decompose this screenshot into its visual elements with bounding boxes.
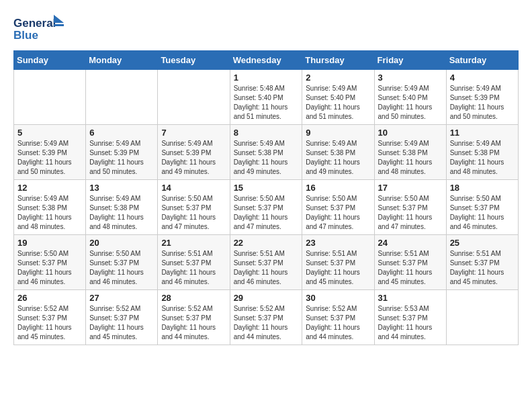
calendar-body: 1Sunrise: 5:48 AM Sunset: 5:40 PM Daylig… [14,70,519,345]
day-number: 4 [450,73,515,83]
day-number: 29 [234,293,299,303]
logo-svg: GeneralBlue [13,13,67,44]
calendar-week-4: 19Sunrise: 5:50 AM Sunset: 5:37 PM Dayli… [14,235,519,290]
calendar-cell: 21Sunrise: 5:51 AM Sunset: 5:37 PM Dayli… [158,235,230,290]
calendar-cell: 31Sunrise: 5:53 AM Sunset: 5:37 PM Dayli… [374,290,446,345]
calendar-cell [86,70,158,125]
day-number: 5 [17,128,82,138]
svg-text:General: General [13,17,56,30]
calendar-cell: 23Sunrise: 5:51 AM Sunset: 5:37 PM Dayli… [302,235,374,290]
day-info: Sunrise: 5:51 AM Sunset: 5:37 PM Dayligh… [234,249,299,287]
column-header-friday: Friday [374,51,446,70]
day-number: 2 [306,73,370,83]
calendar-cell: 14Sunrise: 5:50 AM Sunset: 5:37 PM Dayli… [158,180,230,235]
calendar-header-row: SundayMondayTuesdayWednesdayThursdayFrid… [14,51,519,70]
day-info: Sunrise: 5:50 AM Sunset: 5:37 PM Dayligh… [450,194,515,232]
day-info: Sunrise: 5:49 AM Sunset: 5:38 PM Dayligh… [306,139,370,177]
calendar-cell: 22Sunrise: 5:51 AM Sunset: 5:37 PM Dayli… [230,235,302,290]
calendar-cell [158,70,230,125]
day-info: Sunrise: 5:49 AM Sunset: 5:38 PM Dayligh… [234,139,299,177]
day-info: Sunrise: 5:50 AM Sunset: 5:37 PM Dayligh… [161,194,226,232]
calendar-cell: 20Sunrise: 5:50 AM Sunset: 5:37 PM Dayli… [86,235,158,290]
column-header-thursday: Thursday [302,51,374,70]
day-info: Sunrise: 5:49 AM Sunset: 5:39 PM Dayligh… [89,139,154,177]
day-info: Sunrise: 5:49 AM Sunset: 5:39 PM Dayligh… [450,84,515,122]
calendar-cell: 5Sunrise: 5:49 AM Sunset: 5:39 PM Daylig… [14,125,86,180]
day-info: Sunrise: 5:49 AM Sunset: 5:38 PM Dayligh… [17,194,82,232]
day-info: Sunrise: 5:48 AM Sunset: 5:40 PM Dayligh… [234,84,299,122]
day-number: 26 [17,293,82,303]
day-info: Sunrise: 5:51 AM Sunset: 5:37 PM Dayligh… [161,249,226,287]
day-number: 23 [306,238,370,248]
day-number: 12 [17,183,82,193]
day-number: 22 [234,238,299,248]
day-info: Sunrise: 5:51 AM Sunset: 5:37 PM Dayligh… [306,249,370,287]
day-info: Sunrise: 5:50 AM Sunset: 5:37 PM Dayligh… [378,194,443,232]
calendar-cell: 3Sunrise: 5:49 AM Sunset: 5:40 PM Daylig… [374,70,446,125]
day-info: Sunrise: 5:50 AM Sunset: 5:37 PM Dayligh… [306,194,370,232]
calendar-table: SundayMondayTuesdayWednesdayThursdayFrid… [13,50,519,345]
day-info: Sunrise: 5:52 AM Sunset: 5:37 PM Dayligh… [89,304,154,342]
day-info: Sunrise: 5:52 AM Sunset: 5:37 PM Dayligh… [17,304,82,342]
calendar-cell: 30Sunrise: 5:52 AM Sunset: 5:37 PM Dayli… [302,290,374,345]
column-header-monday: Monday [86,51,158,70]
day-info: Sunrise: 5:49 AM Sunset: 5:40 PM Dayligh… [378,84,443,122]
day-number: 1 [234,73,299,83]
svg-text:Blue: Blue [13,29,38,42]
day-info: Sunrise: 5:53 AM Sunset: 5:37 PM Dayligh… [378,304,443,342]
day-info: Sunrise: 5:49 AM Sunset: 5:38 PM Dayligh… [450,139,515,177]
day-number: 11 [450,128,515,138]
logo: GeneralBlue [13,13,67,44]
day-info: Sunrise: 5:49 AM Sunset: 5:38 PM Dayligh… [89,194,154,232]
day-number: 3 [378,73,443,83]
day-info: Sunrise: 5:50 AM Sunset: 5:37 PM Dayligh… [234,194,299,232]
day-info: Sunrise: 5:50 AM Sunset: 5:37 PM Dayligh… [89,249,154,287]
calendar-cell: 13Sunrise: 5:49 AM Sunset: 5:38 PM Dayli… [86,180,158,235]
calendar-cell: 4Sunrise: 5:49 AM Sunset: 5:39 PM Daylig… [446,70,518,125]
day-info: Sunrise: 5:50 AM Sunset: 5:37 PM Dayligh… [17,249,82,287]
day-number: 10 [378,128,443,138]
calendar-cell [14,70,86,125]
day-info: Sunrise: 5:49 AM Sunset: 5:40 PM Dayligh… [306,84,370,122]
day-number: 21 [161,238,226,248]
day-info: Sunrise: 5:51 AM Sunset: 5:37 PM Dayligh… [450,249,515,287]
svg-rect-2 [54,24,64,26]
page-header: GeneralBlue [13,13,519,44]
column-header-tuesday: Tuesday [158,51,230,70]
svg-marker-1 [54,15,64,23]
calendar-cell: 10Sunrise: 5:49 AM Sunset: 5:38 PM Dayli… [374,125,446,180]
calendar-cell: 24Sunrise: 5:51 AM Sunset: 5:37 PM Dayli… [374,235,446,290]
calendar-cell [446,290,518,345]
calendar-cell: 12Sunrise: 5:49 AM Sunset: 5:38 PM Dayli… [14,180,86,235]
day-info: Sunrise: 5:52 AM Sunset: 5:37 PM Dayligh… [306,304,370,342]
calendar-cell: 9Sunrise: 5:49 AM Sunset: 5:38 PM Daylig… [302,125,374,180]
calendar-cell: 1Sunrise: 5:48 AM Sunset: 5:40 PM Daylig… [230,70,302,125]
calendar-cell: 29Sunrise: 5:52 AM Sunset: 5:37 PM Dayli… [230,290,302,345]
day-number: 13 [89,183,154,193]
day-number: 6 [89,128,154,138]
calendar-cell: 16Sunrise: 5:50 AM Sunset: 5:37 PM Dayli… [302,180,374,235]
calendar-cell: 25Sunrise: 5:51 AM Sunset: 5:37 PM Dayli… [446,235,518,290]
calendar-cell: 7Sunrise: 5:49 AM Sunset: 5:39 PM Daylig… [158,125,230,180]
day-number: 27 [89,293,154,303]
calendar-cell: 2Sunrise: 5:49 AM Sunset: 5:40 PM Daylig… [302,70,374,125]
calendar-cell: 6Sunrise: 5:49 AM Sunset: 5:39 PM Daylig… [86,125,158,180]
calendar-week-5: 26Sunrise: 5:52 AM Sunset: 5:37 PM Dayli… [14,290,519,345]
column-header-saturday: Saturday [446,51,518,70]
calendar-cell: 19Sunrise: 5:50 AM Sunset: 5:37 PM Dayli… [14,235,86,290]
day-number: 25 [450,238,515,248]
day-number: 7 [161,128,226,138]
day-info: Sunrise: 5:52 AM Sunset: 5:37 PM Dayligh… [161,304,226,342]
day-info: Sunrise: 5:49 AM Sunset: 5:39 PM Dayligh… [17,139,82,177]
calendar-cell: 8Sunrise: 5:49 AM Sunset: 5:38 PM Daylig… [230,125,302,180]
column-header-wednesday: Wednesday [230,51,302,70]
day-number: 20 [89,238,154,248]
calendar-week-1: 1Sunrise: 5:48 AM Sunset: 5:40 PM Daylig… [14,70,519,125]
day-number: 24 [378,238,443,248]
day-info: Sunrise: 5:52 AM Sunset: 5:37 PM Dayligh… [234,304,299,342]
calendar-cell: 18Sunrise: 5:50 AM Sunset: 5:37 PM Dayli… [446,180,518,235]
day-number: 17 [378,183,443,193]
calendar-week-3: 12Sunrise: 5:49 AM Sunset: 5:38 PM Dayli… [14,180,519,235]
calendar-cell: 28Sunrise: 5:52 AM Sunset: 5:37 PM Dayli… [158,290,230,345]
day-info: Sunrise: 5:49 AM Sunset: 5:38 PM Dayligh… [378,139,443,177]
